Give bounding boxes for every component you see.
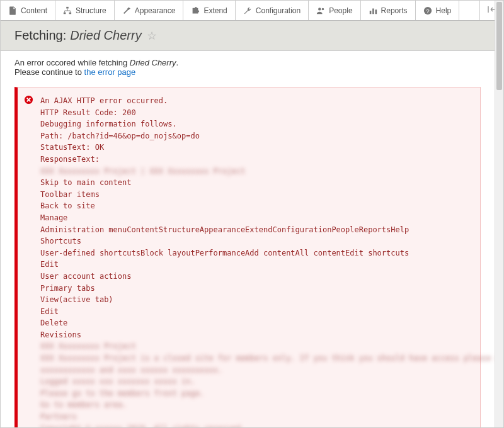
error-line-redacted: XXX Xxxxxxxxx Project | XXX Xxxxxxxxx Pr…	[40, 166, 471, 177]
structure-icon	[63, 6, 72, 15]
svg-rect-5	[369, 11, 371, 14]
error-line: Shortcuts	[40, 235, 471, 247]
scrollbar-thumb[interactable]	[496, 2, 502, 90]
error-line: Skip to main content	[40, 177, 471, 189]
toolbar-tab-people[interactable]: People	[309, 1, 360, 20]
svg-rect-2	[69, 12, 72, 14]
error-line: Path: /batch?id=46&op=do_nojs&op=do	[40, 130, 471, 142]
error-line: Back to site	[40, 200, 471, 212]
error-line-redacted: Please go to the members front page.	[40, 388, 471, 400]
toolbar-tab-appearance[interactable]: Appearance	[115, 1, 184, 20]
admin-toolbar: Content Structure Appearance Extend Conf…	[1, 1, 503, 21]
svg-point-3	[318, 8, 321, 10]
page-title-bar: Fetching: Dried Cherry ☆	[1, 21, 503, 51]
error-line: Revisions	[40, 329, 471, 341]
error-line-redacted: Copyright © xxxxxx 2019. All rights rese…	[40, 423, 471, 427]
error-line: Toolbar items	[40, 189, 471, 201]
error-line: An AJAX HTTP error occurred.	[40, 95, 471, 107]
wrench-icon	[243, 6, 252, 15]
toolbar-tab-label: Configuration	[256, 6, 301, 15]
error-line: User-defined shortcutsBlock layoutPerfor…	[40, 247, 471, 259]
puzzle-icon	[191, 6, 200, 15]
toolbar-tab-content[interactable]: Content	[1, 1, 55, 20]
error-line-redacted: XXX Xxxxxxxxx Project is a closed site f…	[40, 352, 471, 364]
error-line: Delete	[40, 317, 471, 329]
error-line: Edit	[40, 306, 471, 318]
help-icon: ?	[423, 6, 432, 15]
toolbar-tab-help[interactable]: ? Help	[416, 1, 460, 20]
favorite-star-icon[interactable]: ☆	[147, 29, 157, 43]
toolbar-tab-label: People	[329, 6, 352, 15]
page-title-name: Dried Cherry	[70, 28, 141, 43]
svg-point-4	[322, 8, 324, 10]
svg-rect-0	[66, 6, 69, 8]
page-title-prefix: Fetching:	[14, 28, 66, 43]
error-lines: An AJAX HTTP error occurred. HTTP Result…	[40, 95, 471, 427]
toolbar-tab-label: Extend	[203, 6, 227, 15]
content-scroll-area: An error occored while fetching Dried Ch…	[1, 52, 495, 427]
svg-rect-1	[64, 12, 66, 14]
error-line: View(active tab)	[40, 294, 471, 306]
toolbar-tab-label: Appearance	[135, 6, 176, 15]
error-page-link[interactable]: the error page	[84, 67, 136, 77]
wand-icon	[122, 6, 131, 15]
error-line-redacted: xxxxxxxxxxxx and xxxx xxxxxx xxxxxxxxxx.	[40, 364, 471, 376]
toolbar-tab-label: Help	[436, 6, 452, 15]
file-icon	[8, 6, 17, 15]
error-line: Manage	[40, 212, 471, 224]
error-line-redacted: Logged xxxxx xxx xxxxxxx xxxxx in.	[40, 376, 471, 388]
svg-rect-7	[375, 9, 377, 14]
toolbar-tab-structure[interactable]: Structure	[55, 1, 115, 20]
svg-text:?: ?	[426, 7, 429, 14]
toolbar-tab-extend[interactable]: Extend	[183, 1, 235, 20]
error-message-box: An AJAX HTTP error occurred. HTTP Result…	[14, 87, 481, 427]
error-line: Debugging information follows.	[40, 118, 471, 130]
error-icon	[24, 95, 33, 104]
error-line: Edit	[40, 259, 471, 271]
toolbar-tab-reports[interactable]: Reports	[361, 1, 416, 20]
bar-chart-icon	[369, 6, 377, 15]
intro-text: An error occored while fetching Dried Ch…	[14, 58, 481, 77]
toolbar-tab-label: Content	[21, 6, 47, 15]
toolbar-tab-configuration[interactable]: Configuration	[236, 1, 309, 20]
error-line-redacted: Partners	[40, 411, 471, 423]
error-line: ResponseText:	[40, 154, 471, 166]
people-icon	[316, 6, 325, 15]
svg-rect-6	[372, 8, 374, 14]
toolbar-tab-label: Structure	[76, 6, 106, 15]
error-line-redacted: Go to members area.	[40, 399, 471, 411]
error-line: Primary tabs	[40, 283, 471, 295]
error-line: HTTP Result Code: 200	[40, 107, 471, 119]
error-line: StatusText: OK	[40, 142, 471, 154]
error-line-redacted: XXX Xxxxxxxxx Project	[40, 341, 471, 352]
vertical-scrollbar[interactable]	[495, 1, 503, 427]
toolbar-tab-label: Reports	[381, 6, 408, 15]
error-line: User account actions	[40, 271, 471, 283]
error-line: Administration menuContentStructureAppea…	[40, 224, 471, 236]
